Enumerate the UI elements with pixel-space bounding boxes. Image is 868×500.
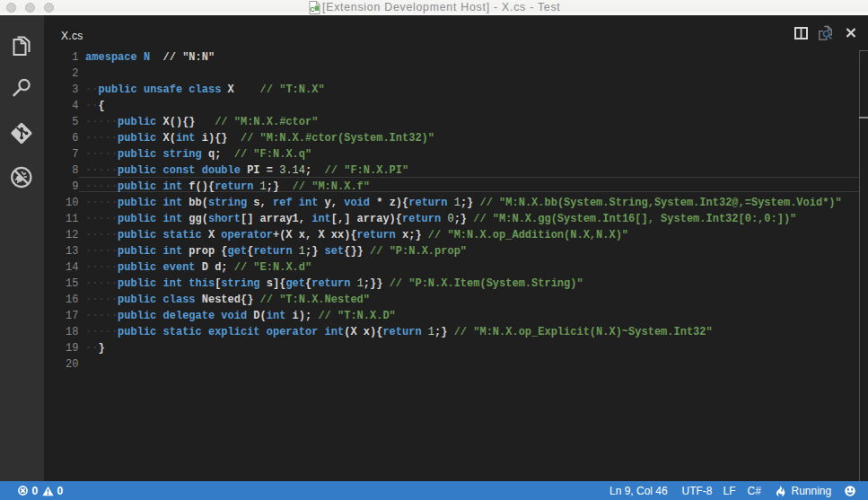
svg-text:C: C	[310, 6, 314, 13]
